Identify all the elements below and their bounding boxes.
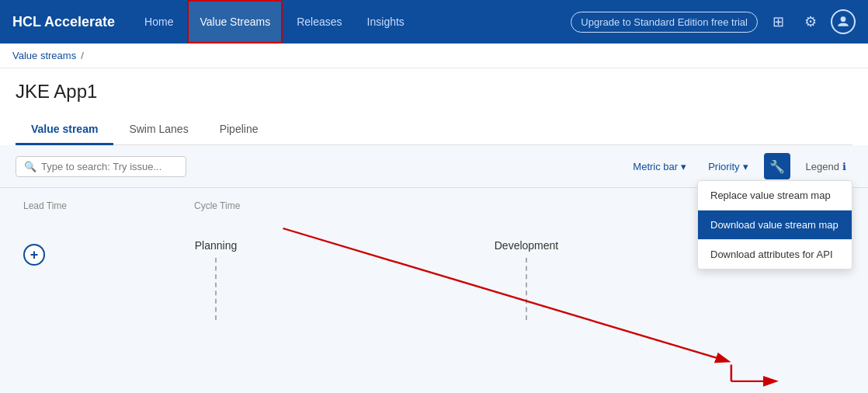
svg-point-0 bbox=[841, 16, 846, 22]
stage-planning-label: Planning bbox=[195, 239, 238, 252]
dropdown-item-replace[interactable]: Replace value stream map bbox=[698, 181, 852, 210]
nav-releases[interactable]: Releases bbox=[286, 0, 352, 43]
breadcrumb: Value streams / bbox=[0, 43, 868, 68]
grid-icon[interactable]: ⊞ bbox=[766, 9, 790, 34]
main-area: Lead Time Cycle Time + Planning Developm… bbox=[0, 188, 868, 390]
info-icon: ℹ bbox=[842, 161, 846, 172]
app-logo: HCL Accelerate bbox=[12, 14, 115, 30]
tab-pipeline[interactable]: Pipeline bbox=[204, 115, 274, 145]
stage-planning: Planning bbox=[154, 239, 278, 320]
metric-bar-button[interactable]: Metric bar ▾ bbox=[627, 157, 693, 176]
col-cycle-time: Cycle Time bbox=[194, 200, 287, 211]
main-nav: Home Value Streams Releases Insights bbox=[134, 0, 558, 43]
wrench-button[interactable]: 🔧 bbox=[764, 153, 790, 179]
header: HCL Accelerate Home Value Streams Releas… bbox=[0, 0, 868, 43]
tab-bar: Value stream Swim Lanes Pipeline bbox=[16, 115, 852, 145]
priority-button[interactable]: Priority ▾ bbox=[702, 157, 754, 176]
upgrade-button[interactable]: Upgrade to Standard Edition free trial bbox=[571, 12, 758, 33]
nav-value-streams[interactable]: Value Streams bbox=[187, 0, 283, 43]
header-actions: Upgrade to Standard Edition free trial ⊞… bbox=[571, 9, 856, 34]
chevron-down-icon: ▾ bbox=[681, 161, 686, 172]
tab-swim-lanes[interactable]: Swim Lanes bbox=[113, 115, 203, 145]
dropdown-item-download[interactable]: Download value stream map bbox=[698, 210, 852, 240]
breadcrumb-separator: / bbox=[81, 50, 84, 61]
metric-bar-label: Metric bar bbox=[633, 161, 678, 172]
stage-divider-planning bbox=[215, 258, 217, 320]
user-avatar[interactable] bbox=[831, 9, 856, 34]
stage-divider-development bbox=[526, 258, 527, 320]
breadcrumb-root[interactable]: Value streams bbox=[12, 50, 76, 61]
dropdown-item-download-attr[interactable]: Download attributes for API bbox=[698, 240, 852, 269]
priority-label: Priority bbox=[708, 161, 739, 172]
stage-development: Development bbox=[464, 239, 589, 320]
legend-button[interactable]: Legend ℹ bbox=[800, 157, 852, 176]
stage-development-label: Development bbox=[495, 239, 559, 252]
settings-icon[interactable]: ⚙ bbox=[798, 9, 823, 34]
search-input[interactable] bbox=[41, 161, 165, 172]
page-title: JKE App1 bbox=[16, 81, 852, 103]
chevron-down-icon-2: ▾ bbox=[743, 161, 748, 172]
nav-insights[interactable]: Insights bbox=[356, 0, 415, 43]
col-lead-time: Lead Time bbox=[23, 200, 116, 211]
legend-label: Legend bbox=[806, 161, 839, 172]
add-stage-button[interactable]: + bbox=[23, 244, 45, 266]
dropdown-menu: Replace value stream map Download value … bbox=[697, 180, 852, 270]
search-icon: 🔍 bbox=[24, 161, 36, 172]
nav-home[interactable]: Home bbox=[134, 0, 184, 43]
search-box[interactable]: 🔍 bbox=[16, 156, 186, 177]
tab-value-stream[interactable]: Value stream bbox=[16, 115, 113, 145]
page-content: JKE App1 Value stream Swim Lanes Pipelin… bbox=[0, 68, 868, 145]
